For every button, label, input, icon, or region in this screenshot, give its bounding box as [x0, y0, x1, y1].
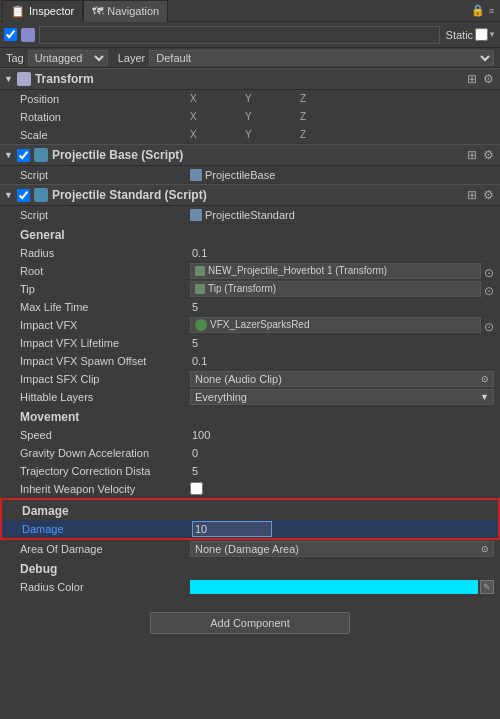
- inherit-weapon-velocity-row: Inherit Weapon Velocity: [0, 480, 500, 498]
- impact-vfx-spawn-offset-row: Impact VFX Spawn Offset: [0, 352, 500, 370]
- color-picker-btn[interactable]: ✎: [480, 580, 494, 594]
- hittable-layers-row: Hittable Layers Everything ▼: [0, 388, 500, 406]
- layer-label: Layer: [118, 52, 146, 64]
- tag-label: Tag: [6, 52, 24, 64]
- impact-vfx-lifetime-field[interactable]: [190, 335, 270, 351]
- rot-x-label: X: [190, 111, 200, 122]
- pos-y-field[interactable]: 0: [256, 91, 296, 107]
- tab-navigation[interactable]: 🗺 Navigation: [83, 0, 168, 22]
- trajectory-label: Trajectory Correction Dista: [20, 465, 190, 477]
- gravity-field[interactable]: [190, 445, 270, 461]
- root-ref: NEW_Projectile_Hoverbot 1 (Transform) ⊙: [190, 263, 494, 279]
- transform-collapse-icon: ▼: [4, 74, 13, 84]
- rot-y-label: Y: [245, 111, 255, 122]
- hittable-layers-dropdown[interactable]: Everything ▼: [190, 389, 494, 405]
- layer-select[interactable]: Default: [149, 50, 494, 66]
- rotation-value: X0 Y0 Z0: [190, 109, 494, 125]
- speed-field[interactable]: [190, 427, 270, 443]
- transform-menu-btn[interactable]: ⊞: [465, 72, 479, 86]
- static-dropdown-arrow[interactable]: ▼: [488, 30, 496, 39]
- tab-bar: 📋 Inspector 🗺 Navigation 🔒 ≡: [0, 0, 500, 22]
- tab-menu-icon[interactable]: ≡: [489, 6, 494, 16]
- gravity-label: Gravity Down Acceleration: [20, 447, 190, 459]
- radius-color-value: ✎: [190, 580, 494, 594]
- max-life-time-field[interactable]: [190, 299, 270, 315]
- damage-field[interactable]: [192, 521, 272, 537]
- top-bar: NEW_Projectile_Hoverbot 1 Static ▼: [0, 22, 500, 48]
- proj-std-script-row: Script ProjectileStandard: [0, 206, 500, 224]
- projectile-base-section-header[interactable]: ▼ Projectile Base (Script) ⊞ ⚙: [0, 144, 500, 166]
- projectile-standard-section-header[interactable]: ▼ Projectile Standard (Script) ⊞ ⚙: [0, 184, 500, 206]
- lock-icon[interactable]: 🔒: [471, 4, 485, 17]
- scale-y-field[interactable]: 1: [256, 127, 296, 143]
- gravity-row: Gravity Down Acceleration: [0, 444, 500, 462]
- proj-std-settings-btn[interactable]: ⚙: [481, 188, 496, 202]
- rot-x-field[interactable]: 0: [201, 109, 241, 125]
- damage-category: Damage: [2, 500, 498, 520]
- add-component-button[interactable]: Add Component: [150, 612, 350, 634]
- static-label: Static: [446, 29, 474, 41]
- pos-y-label: Y: [245, 93, 255, 104]
- tip-label: Tip: [20, 283, 190, 295]
- area-of-damage-dropdown[interactable]: None (Damage Area) ⊙: [190, 541, 494, 557]
- tip-ref-dot[interactable]: ⊙: [484, 284, 494, 294]
- radius-row: Radius: [0, 244, 500, 262]
- rot-y-field[interactable]: 0: [256, 109, 296, 125]
- tag-select[interactable]: Untagged: [28, 50, 108, 66]
- area-of-damage-label: Area Of Damage: [20, 543, 190, 555]
- radius-color-row: Radius Color ✎: [0, 578, 500, 596]
- inherit-weapon-velocity-checkbox[interactable]: [190, 482, 203, 495]
- proj-std-script-name: ProjectileStandard: [205, 209, 295, 221]
- scale-x-field[interactable]: 1: [201, 127, 241, 143]
- transform-settings-btn[interactable]: ⚙: [481, 72, 496, 86]
- transform-section-header[interactable]: ▼ Transform ⊞ ⚙: [0, 68, 500, 90]
- proj-std-collapse-icon: ▼: [4, 190, 13, 200]
- proj-std-menu-btn[interactable]: ⊞: [465, 188, 479, 202]
- tip-ref: Tip (Transform) ⊙: [190, 281, 494, 297]
- scale-value: X1 Y1 Z2: [190, 127, 494, 143]
- proj-std-actions: ⊞ ⚙: [465, 188, 496, 202]
- impact-vfx-dot[interactable]: ⊙: [484, 320, 494, 330]
- pos-z-field[interactable]: 0: [311, 91, 351, 107]
- static-checkbox[interactable]: [475, 28, 488, 41]
- transform-actions: ⊞ ⚙: [465, 72, 496, 86]
- movement-title: Movement: [20, 410, 79, 424]
- proj-base-script-value: ProjectileBase: [190, 169, 494, 181]
- root-label: Root: [20, 265, 190, 277]
- impact-vfx-lifetime-row: Impact VFX Lifetime: [0, 334, 500, 352]
- proj-base-script-icon: [190, 169, 202, 181]
- object-name-field[interactable]: NEW_Projectile_Hoverbot 1: [39, 26, 440, 44]
- movement-category: Movement: [0, 406, 500, 426]
- impact-vfx-spawn-offset-label: Impact VFX Spawn Offset: [20, 355, 190, 367]
- position-row: Position X0 Y0 Z0: [0, 90, 500, 108]
- navigation-tab-icon: 🗺: [92, 5, 103, 17]
- speed-row: Speed: [0, 426, 500, 444]
- proj-base-settings-btn[interactable]: ⚙: [481, 148, 496, 162]
- proj-base-enabled[interactable]: [17, 149, 30, 162]
- object-enabled-checkbox[interactable]: [4, 28, 17, 41]
- impact-vfx-icon: [195, 319, 207, 331]
- rot-z-label: Z: [300, 111, 310, 122]
- damage-value: [192, 521, 492, 537]
- proj-std-enabled[interactable]: [17, 189, 30, 202]
- rot-z-field[interactable]: 0: [311, 109, 351, 125]
- inspector-tab-label: Inspector: [29, 5, 74, 17]
- impact-sfx-dropdown[interactable]: None (Audio Clip) ⊙: [190, 371, 494, 387]
- impact-vfx-lifetime-label: Impact VFX Lifetime: [20, 337, 190, 349]
- scale-z-field[interactable]: 2: [311, 127, 351, 143]
- navigation-tab-label: Navigation: [107, 5, 159, 17]
- trajectory-field[interactable]: [190, 463, 270, 479]
- root-ref-dot[interactable]: ⊙: [484, 266, 494, 276]
- proj-base-menu-btn[interactable]: ⊞: [465, 148, 479, 162]
- hittable-layers-value: Everything: [195, 391, 247, 403]
- damage-row: Damage: [2, 520, 498, 538]
- radius-value: [190, 245, 494, 261]
- tab-inspector[interactable]: 📋 Inspector: [2, 0, 83, 22]
- general-title: General: [20, 228, 65, 242]
- radius-field[interactable]: [190, 245, 270, 261]
- root-ref-value: NEW_Projectile_Hoverbot 1 (Transform): [208, 265, 387, 276]
- pos-x-field[interactable]: 0: [201, 91, 241, 107]
- impact-vfx-spawn-offset-field[interactable]: [190, 353, 270, 369]
- radius-color-swatch[interactable]: [190, 580, 478, 594]
- scale-label: Scale: [20, 129, 190, 141]
